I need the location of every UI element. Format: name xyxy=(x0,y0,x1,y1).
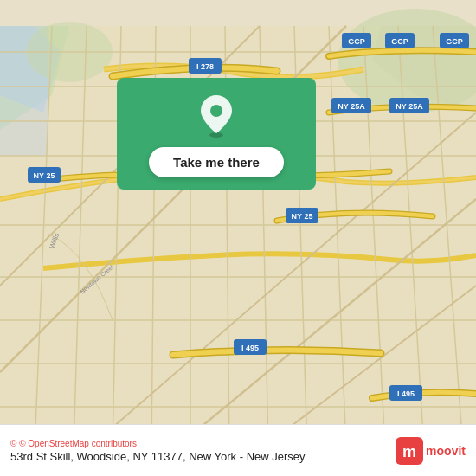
bottom-left: © © OpenStreetMap contributors 53rd St S… xyxy=(10,439,306,463)
svg-text:NY 25: NY 25 xyxy=(34,171,55,180)
svg-text:GCP: GCP xyxy=(348,37,365,46)
svg-text:GCP: GCP xyxy=(446,37,463,46)
svg-text:m: m xyxy=(402,443,416,460)
svg-text:NY 25A: NY 25A xyxy=(396,102,423,111)
svg-text:NY 25A: NY 25A xyxy=(338,102,365,111)
svg-point-53 xyxy=(210,105,222,117)
map-pin-icon xyxy=(197,93,235,138)
bottom-bar: © © OpenStreetMap contributors 53rd St S… xyxy=(0,424,476,476)
osm-copyright-symbol: © xyxy=(10,439,16,448)
svg-text:I 495: I 495 xyxy=(397,389,415,398)
svg-text:I 278: I 278 xyxy=(196,62,214,71)
svg-text:NY 25: NY 25 xyxy=(292,212,313,221)
osm-attribution: © © OpenStreetMap contributors xyxy=(10,439,306,448)
take-me-there-button[interactable]: Take me there xyxy=(149,147,284,177)
map-background: I 278 GCP GCP NY 25A NY 25 NY 25 NY 25A … xyxy=(0,0,476,476)
svg-text:GCP: GCP xyxy=(391,37,408,46)
location-text: 53rd St Skill, Woodside, NY 11377, New Y… xyxy=(10,450,306,463)
map-container: I 278 GCP GCP NY 25A NY 25 NY 25 NY 25A … xyxy=(0,0,476,476)
osm-attribution-text: © OpenStreetMap contributors xyxy=(19,439,137,448)
moovit-logo-icon: m xyxy=(396,437,423,465)
svg-text:I 495: I 495 xyxy=(241,344,259,352)
action-overlay: Take me there xyxy=(117,78,316,190)
moovit-logo: m moovit xyxy=(396,437,466,465)
moovit-brand-text: moovit xyxy=(426,444,466,458)
